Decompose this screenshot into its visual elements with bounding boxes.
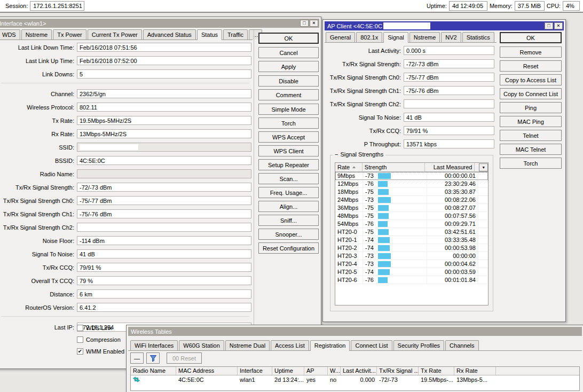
- field-tx-rx-signal-strength[interactable]: -72/-73 dBm: [77, 183, 251, 192]
- cancel-button[interactable]: Cancel: [258, 47, 319, 58]
- checkbox-wds-link[interactable]: [77, 325, 83, 331]
- field-tx-rx-signal-strength[interactable]: -72/-73 dBm: [404, 59, 494, 68]
- remove-entry-button[interactable]: —: [130, 352, 144, 364]
- field-signal-to-noise[interactable]: 41 dB: [77, 249, 251, 258]
- mac-telnet-button[interactable]: MAC Telnet: [500, 144, 562, 155]
- column-header-ap[interactable]: AP: [304, 367, 328, 375]
- maximize-button[interactable]: □: [300, 20, 309, 27]
- tab-advanced-status[interactable]: Advanced Status: [143, 29, 196, 40]
- field-last-link-up-time[interactable]: Feb/16/2018 07:52:00: [77, 56, 251, 65]
- registration-row[interactable]: 4C:5E:0Cwlan12d 13:24:...yesno0.000-72/-…: [131, 375, 579, 384]
- signal-row-48mbps[interactable]: 48Mbps-7500:07:57.56: [335, 212, 488, 220]
- ok-button[interactable]: OK: [500, 32, 562, 43]
- tab-nstreme-dual[interactable]: Nstreme Dual: [225, 340, 270, 350]
- column-header-interface[interactable]: Interface: [238, 367, 272, 375]
- tab-traffic[interactable]: Traffic: [223, 29, 248, 40]
- sniff-button[interactable]: Sniff...: [258, 215, 319, 226]
- column-header-w[interactable]: W...: [328, 367, 341, 375]
- align-button[interactable]: Align...: [258, 201, 319, 212]
- signal-row-ht20-1[interactable]: HT20-1-7403:33:35.48: [335, 236, 488, 244]
- tab-signal[interactable]: Signal: [383, 32, 408, 43]
- tab-802-1x[interactable]: 802.1x: [356, 32, 382, 42]
- tab-access-list[interactable]: Access List: [271, 340, 309, 350]
- signal-row-54mbps[interactable]: 54Mbps-7600:09:29.71: [335, 220, 488, 228]
- field-tx-rx-signal-strength-ch0[interactable]: -75/-77 dBm: [404, 73, 494, 82]
- field-bssid[interactable]: 4C:5E:0C: [77, 156, 251, 165]
- scan-button[interactable]: Scan...: [258, 173, 319, 184]
- comment-button[interactable]: Comment: [258, 89, 319, 100]
- tab-w60g-station[interactable]: W60G Station: [179, 340, 224, 350]
- tab-channels[interactable]: Channels: [445, 340, 478, 350]
- field-ssid[interactable]: [77, 143, 251, 152]
- field-tx-rx-signal-strength-ch1[interactable]: -75/-76 dBm: [77, 209, 251, 218]
- signal-row-12mbps[interactable]: 12Mbps-7623:30:29.46: [335, 180, 488, 188]
- signal-row-18mbps[interactable]: 18Mbps-7503:35:30.87: [335, 188, 488, 196]
- disable-button[interactable]: Disable: [258, 75, 319, 87]
- column-header-rate[interactable]: Rate: [335, 163, 363, 171]
- ap-client-titlebar[interactable]: AP Client <4C:5E:0C □ ×: [325, 21, 564, 30]
- filter-button[interactable]: [146, 352, 160, 364]
- tab-status[interactable]: Status: [197, 29, 222, 40]
- ok-button[interactable]: OK: [258, 33, 319, 44]
- field-rx-rate[interactable]: 13Mbps-5MHz/2S: [77, 129, 251, 138]
- field-last-link-down-time[interactable]: Feb/16/2018 07:51:56: [77, 43, 251, 52]
- field-wireless-protocol[interactable]: 802.11: [77, 103, 251, 112]
- signal-row-ht20-2[interactable]: HT20-2-7400:00:53.98: [335, 244, 488, 252]
- telnet-button[interactable]: Telnet: [500, 130, 562, 141]
- torch-button[interactable]: Torch: [500, 158, 562, 169]
- field-tx-rate[interactable]: 19.5Mbps-5MHz/2S: [77, 116, 251, 125]
- column-header-mac-address[interactable]: MAC Address: [176, 367, 238, 375]
- collapse-icon[interactable]: −: [335, 151, 338, 158]
- signal-row-24mbps[interactable]: 24Mbps-7300:08:22.06: [335, 196, 488, 204]
- apply-button[interactable]: Apply: [258, 61, 319, 72]
- tab-wds[interactable]: WDS: [0, 29, 20, 40]
- signal-row-ht20-5[interactable]: HT20-5-7400:00:03.59: [335, 268, 488, 276]
- field-tx-rx-signal-strength-ch1[interactable]: -75/-76 dBm: [404, 86, 494, 95]
- field-radio-name[interactable]: [77, 169, 251, 178]
- column-header-tx-rate[interactable]: Tx Rate: [419, 367, 454, 375]
- signal-row-ht20-0[interactable]: HT20-0-7503:42:51.61: [335, 228, 488, 236]
- signal-row-36mbps[interactable]: 36Mbps-7500:08:27.07: [335, 204, 488, 212]
- field-last-activity[interactable]: 0.000 s: [404, 46, 494, 55]
- field-tx-rx-ccq[interactable]: 79/91 %: [77, 263, 251, 272]
- signal-row-ht20-3[interactable]: HT20-3-7300:00:00: [335, 252, 488, 260]
- tab-registration[interactable]: Registration: [310, 340, 350, 351]
- tab-statistics[interactable]: Statistics: [462, 32, 494, 42]
- tab-security-profiles[interactable]: Security Profiles: [393, 340, 444, 350]
- tab-nstreme[interactable]: Nstreme: [21, 29, 52, 40]
- mac-ping-button[interactable]: MAC Ping: [500, 116, 562, 127]
- reset-button[interactable]: Reset: [500, 60, 562, 72]
- freq-usage-button[interactable]: Freq. Usage...: [258, 187, 319, 198]
- maximize-button[interactable]: □: [545, 22, 553, 29]
- reset-configuration-button[interactable]: Reset Configuration: [258, 242, 319, 254]
- column-select-dropdown[interactable]: ▼: [479, 163, 488, 171]
- signal-row-ht20-4[interactable]: HT20-4-7300:00:04.62: [335, 260, 488, 268]
- wps-client-button[interactable]: WPS Client: [258, 145, 319, 156]
- wps-accept-button[interactable]: WPS Accept: [258, 131, 319, 143]
- field-tx-rx-signal-strength-ch2[interactable]: [77, 223, 251, 232]
- field-p-throughput[interactable]: 13571 kbps: [404, 139, 494, 148]
- ping-button[interactable]: Ping: [500, 102, 562, 113]
- copy-to-access-list-button[interactable]: Copy to Access List: [500, 74, 562, 85]
- field-tx-rx-signal-strength-ch2[interactable]: [404, 99, 494, 108]
- tab-tx-power[interactable]: Tx Power: [53, 29, 86, 40]
- remove-button[interactable]: Remove: [500, 46, 562, 58]
- wireless-tables-titlebar[interactable]: Wireless Tables: [128, 327, 582, 336]
- field-tx-rx-ccq[interactable]: 79/91 %: [404, 126, 494, 135]
- snooper-button[interactable]: Snooper...: [258, 229, 319, 240]
- column-header-tx-rx-signal[interactable]: Tx/Rx Signal ...: [377, 367, 419, 375]
- field-tx-rx-signal-strength-ch0[interactable]: -75/-77 dBm: [77, 196, 251, 205]
- tab-wifi-interfaces[interactable]: WiFi Interfaces: [130, 340, 178, 350]
- close-button[interactable]: ×: [310, 20, 318, 27]
- checkbox-wmm-enabled[interactable]: ✔: [77, 348, 83, 355]
- checkbox-compression[interactable]: [77, 336, 83, 343]
- field-distance[interactable]: 6 km: [77, 289, 251, 299]
- column-header-radio-name[interactable]: Radio Name: [131, 367, 176, 375]
- column-header-uptime[interactable]: Uptime: [272, 367, 304, 375]
- field-channel[interactable]: 2362/5/gn: [77, 89, 251, 98]
- field-overall-tx-ccq[interactable]: 79 %: [77, 276, 251, 285]
- close-button[interactable]: ×: [554, 22, 563, 29]
- field-routeros-version[interactable]: 6.41.2: [77, 303, 251, 312]
- field-signal-to-noise[interactable]: 41 dB: [404, 113, 494, 122]
- column-header-strength[interactable]: Strength: [363, 163, 425, 171]
